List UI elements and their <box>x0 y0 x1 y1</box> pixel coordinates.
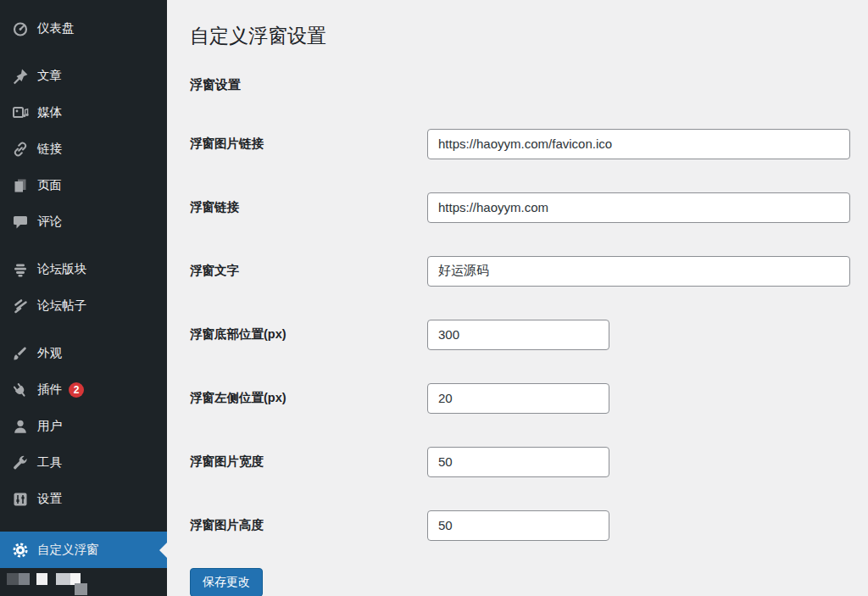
wrench-icon <box>12 454 29 471</box>
link-icon <box>12 141 29 158</box>
pages-icon <box>12 177 29 194</box>
sidebar-item-label: 论坛版块 <box>37 261 86 277</box>
float-bottom-input[interactable] <box>427 320 609 350</box>
sidebar-item-label: 链接 <box>37 141 62 157</box>
form-row: 浮窗底部位置(px) <box>190 320 850 350</box>
float-image-url-label: 浮窗图片链接 <box>190 136 427 152</box>
form-row: 浮窗图片高度 <box>190 510 850 541</box>
sidebar-item-label: 工具 <box>37 454 62 471</box>
float-width-input[interactable] <box>427 447 609 477</box>
comment-icon <box>12 214 29 231</box>
sidebar-item-label: 设置 <box>37 491 62 507</box>
float-height-input[interactable] <box>427 510 609 541</box>
plugin-icon <box>12 382 29 398</box>
sidebar-item-forums[interactable]: 论坛版块 <box>0 251 167 287</box>
float-image-url-input[interactable] <box>427 129 850 159</box>
float-link-label: 浮窗链接 <box>190 199 427 215</box>
sidebar-item-appearance[interactable]: 外观 <box>0 335 167 371</box>
form-row: 浮窗图片链接 <box>190 129 850 159</box>
form-row: 浮窗文字 <box>190 256 850 287</box>
sidebar-item-label: 论坛帖子 <box>37 298 86 314</box>
sidebar-item-tools[interactable]: 工具 <box>0 444 167 481</box>
sidebar-item-label: 用户 <box>37 418 62 434</box>
sidebar-item-label: 文章 <box>37 68 62 84</box>
float-bottom-label: 浮窗底部位置(px) <box>190 326 427 343</box>
section-title: 浮窗设置 <box>190 77 850 93</box>
sidebar-item-dashboard[interactable]: 仪表盘 <box>0 10 167 47</box>
save-changes-button[interactable]: 保存更改 <box>190 568 263 596</box>
float-text-label: 浮窗文字 <box>190 263 427 279</box>
sidebar-item-users[interactable]: 用户 <box>0 408 167 444</box>
pin-icon <box>12 68 29 85</box>
sidebar-item-custom-float[interactable]: 自定义浮窗 <box>0 532 167 568</box>
sidebar-item-comments[interactable]: 评论 <box>0 203 167 240</box>
float-text-input[interactable] <box>427 256 850 287</box>
float-left-input[interactable] <box>427 383 609 414</box>
media-icon <box>12 104 29 121</box>
topics-icon <box>12 298 29 315</box>
sidebar-item-label: 评论 <box>37 214 62 230</box>
form-row: 浮窗图片宽度 <box>190 447 850 477</box>
sidebar-item-media[interactable]: 媒体 <box>0 94 167 131</box>
sidebar-item-settings[interactable]: 设置 <box>0 481 167 517</box>
brush-icon <box>12 345 29 362</box>
dashboard-icon <box>12 20 29 37</box>
sidebar-item-links[interactable]: 链接 <box>0 131 167 167</box>
form-row: 浮窗左侧位置(px) <box>190 383 850 414</box>
float-settings-form: 浮窗图片链接 浮窗链接 浮窗文字 浮窗底部位置(px) 浮窗左侧位置(px) 浮 <box>190 129 850 596</box>
sidebar-item-posts[interactable]: 文章 <box>0 58 167 94</box>
sidebar-item-label: 自定义浮窗 <box>37 542 99 558</box>
sidebar-item-pages[interactable]: 页面 <box>0 167 167 203</box>
gear-icon <box>12 542 29 559</box>
sidebar-item-plugins[interactable]: 插件 2 <box>0 371 167 408</box>
admin-sidebar: 仪表盘 文章 媒体 链接 页面 <box>0 0 167 596</box>
wordpress-admin: 仪表盘 文章 媒体 链接 页面 <box>0 0 868 596</box>
form-row: 浮窗链接 <box>190 192 850 223</box>
sliders-icon <box>12 491 29 508</box>
forum-icon <box>12 261 29 278</box>
sidebar-item-topics[interactable]: 论坛帖子 <box>0 287 167 324</box>
sidebar-item-label: 页面 <box>37 177 62 193</box>
sidebar-item-label: 仪表盘 <box>37 20 75 36</box>
sidebar-item-label: 外观 <box>37 345 62 361</box>
float-height-label: 浮窗图片高度 <box>190 517 427 533</box>
float-left-label: 浮窗左侧位置(px) <box>190 390 427 406</box>
float-width-label: 浮窗图片宽度 <box>190 454 427 470</box>
collapse-menu-pixelated[interactable] <box>0 573 167 596</box>
sidebar-item-label: 插件 <box>37 382 62 398</box>
user-icon <box>12 418 29 435</box>
settings-page: 自定义浮窗设置 浮窗设置 浮窗图片链接 浮窗链接 浮窗文字 浮窗底部位置(px)… <box>167 0 868 596</box>
sidebar-item-label: 媒体 <box>37 104 62 120</box>
plugins-update-badge: 2 <box>69 382 84 398</box>
page-title: 自定义浮窗设置 <box>190 24 850 49</box>
float-link-input[interactable] <box>427 192 850 223</box>
